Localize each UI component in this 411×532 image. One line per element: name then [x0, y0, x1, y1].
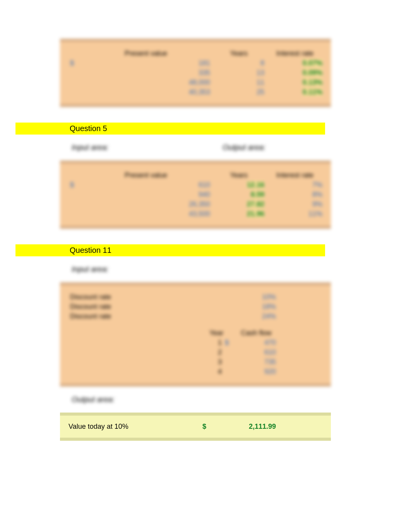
table-row: $ 610 12.16 7%: [68, 180, 324, 190]
year-value: 4: [208, 367, 223, 377]
rate-value: 0.11%: [303, 88, 322, 96]
result-label: Value today at 10%: [68, 423, 202, 431]
col-header-years: Years: [212, 49, 266, 58]
area-labels-row: Input area: Output area:: [72, 143, 319, 152]
currency-symbol: $: [223, 338, 235, 348]
table-row: 26,350 27.82 9%: [68, 200, 324, 209]
question-title: Question 11: [70, 246, 111, 254]
col-header-year: Year: [208, 328, 223, 338]
discount-rate-value: 10%: [235, 292, 277, 302]
output-area-label: Output area:: [72, 395, 223, 404]
discount-rate-label: Discount rate: [68, 292, 208, 302]
table-row: Discount rate 24%: [68, 312, 324, 321]
pv-value: 181: [80, 58, 212, 68]
area-labels-row: Input area:: [72, 265, 319, 274]
pv-value: 40,353: [80, 87, 212, 97]
pv-value: 48,000: [80, 78, 212, 87]
pv-value: 940: [80, 190, 212, 200]
discount-rate-table: Discount rate 10% Discount rate 18% Disc…: [68, 292, 324, 377]
table-row: 4 920: [68, 367, 324, 377]
years-value: 21.96: [247, 210, 264, 218]
result-box: Value today at 10% $ 2,111.99: [60, 413, 331, 441]
years-value: 12.16: [247, 181, 264, 189]
discount-rate-value: 24%: [235, 312, 277, 321]
currency-symbol: $: [202, 423, 218, 431]
input-area-label: Input area:: [72, 143, 223, 152]
rate-value: 9%: [266, 200, 324, 209]
input-area-label: Input area:: [72, 265, 223, 274]
pv-value: 335: [80, 68, 212, 78]
years-value: 25: [212, 87, 266, 97]
table-row: 3 735: [68, 357, 324, 367]
currency-symbol: $: [68, 180, 80, 190]
output-area-label: Output area:: [223, 143, 265, 152]
discount-rate-label: Discount rate: [68, 312, 208, 321]
question-title: Question 5: [70, 124, 107, 133]
cashflow-value: 920: [235, 367, 277, 377]
table-row: 335 13 0.09%: [68, 68, 324, 78]
result-value: 2,111.99: [218, 423, 276, 431]
pv-value: 26,350: [80, 200, 212, 209]
question-11-header: Question 11: [15, 244, 325, 256]
table-row: Discount rate 10%: [68, 292, 324, 302]
discount-rate-label: Discount rate: [68, 302, 208, 312]
table-row: 1 $ 470: [68, 338, 324, 348]
col-header-pv: Present value: [80, 49, 212, 58]
year-value: 1: [208, 338, 223, 348]
col-header-rate: Interest rate: [266, 171, 324, 180]
pv-value: 610: [80, 180, 212, 190]
rate-value: 0.07%: [303, 59, 322, 67]
pv-table-2: Present value Years Interest rate $ 610 …: [68, 171, 324, 219]
rate-value: 0.09%: [303, 69, 322, 77]
cashflow-value: 470: [235, 338, 277, 348]
years-value: 8.59: [251, 191, 264, 198]
years-value: 8: [212, 58, 266, 68]
col-header-pv: Present value: [80, 171, 212, 180]
table-row: 43,500 21.96 11%: [68, 209, 324, 219]
table-row: 2 610: [68, 348, 324, 357]
cashflow-value: 610: [235, 348, 277, 357]
col-header-cashflow: Cash flow: [235, 328, 277, 338]
col-header-rate: Interest rate: [266, 49, 324, 58]
table-row: 940 8.59 8%: [68, 190, 324, 200]
cashflow-value: 735: [235, 357, 277, 367]
pv-table-1: Present value Years Interest rate $ 181 …: [68, 49, 324, 97]
table-present-value-1: Present value Years Interest rate $ 181 …: [60, 39, 331, 107]
rate-value: 0.13%: [303, 78, 322, 86]
table-present-value-2: Present value Years Interest rate $ 610 …: [60, 160, 331, 229]
years-value: 27.82: [247, 200, 264, 208]
year-value: 3: [208, 357, 223, 367]
discount-rate-box: Discount rate 10% Discount rate 18% Disc…: [60, 282, 331, 387]
table-row: 40,353 25 0.11%: [68, 87, 324, 97]
years-value: 11: [212, 78, 266, 87]
discount-rate-value: 18%: [235, 302, 277, 312]
question-5-header: Question 5: [15, 123, 325, 135]
table-row: 48,000 11 0.13%: [68, 78, 324, 87]
years-value: 13: [212, 68, 266, 78]
table-row: Discount rate 18%: [68, 302, 324, 312]
rate-value: 7%: [266, 180, 324, 190]
area-labels-row: Output area:: [72, 395, 319, 404]
year-value: 2: [208, 348, 223, 357]
currency-symbol: $: [68, 58, 80, 68]
table-row: $ 181 8 0.07%: [68, 58, 324, 68]
col-header-years: Years: [212, 171, 266, 180]
rate-value: 11%: [266, 209, 324, 219]
rate-value: 8%: [266, 190, 324, 200]
pv-value: 43,500: [80, 209, 212, 219]
